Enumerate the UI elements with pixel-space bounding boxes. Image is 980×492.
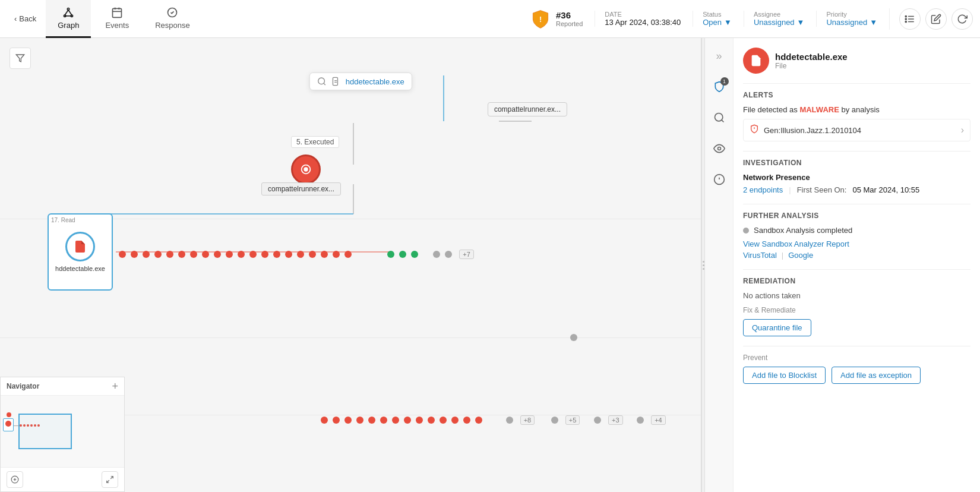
navigator-fit-button[interactable] <box>102 471 118 488</box>
response-icon <box>166 7 178 18</box>
first-seen-date: 05 Mar 2024, 10:55 <box>852 185 919 194</box>
svg-line-38 <box>107 480 109 482</box>
red-dot <box>451 417 459 424</box>
back-button[interactable]: ‹ Back <box>7 10 43 28</box>
assignee-label: Assignee <box>754 11 805 18</box>
add-exception-button[interactable]: Add file as exception <box>832 367 921 384</box>
red-dot <box>297 251 304 258</box>
incident-badge: ! #36 Reported <box>530 8 583 30</box>
list-icon <box>905 14 915 24</box>
sandbox-status-row: Sandbox Analysis completed <box>743 226 970 235</box>
sidebar-icon-info[interactable] <box>709 169 730 190</box>
incident-reported-label: Reported <box>556 20 583 27</box>
status-block: Status Open ▼ <box>693 11 741 27</box>
red-dot <box>392 417 399 424</box>
expand-icon <box>106 475 114 484</box>
status-chevron-icon: ▼ <box>724 18 732 27</box>
priority-label: Priority <box>826 11 877 18</box>
red-dot <box>356 417 363 424</box>
executed-node[interactable] <box>291 154 321 184</box>
red-dot <box>368 417 375 424</box>
node-tooltip-text: hddetectable.exe <box>346 77 404 86</box>
eye-icon <box>713 143 725 154</box>
single-gray-dot <box>570 334 577 341</box>
file-icon <box>73 239 87 254</box>
status-dropdown[interactable]: Open ▼ <box>703 18 732 27</box>
sidebar-icons: » 1 <box>705 38 734 492</box>
red-dot <box>416 417 423 424</box>
svg-point-17 <box>905 21 906 22</box>
quarantine-button[interactable]: Quarantine file <box>743 319 811 336</box>
dot-trail-bottom: +8 +5 +3 +4 <box>321 415 666 425</box>
prevent-label: Prevent <box>743 354 970 362</box>
tab-events[interactable]: Events <box>93 0 141 38</box>
gray-dot <box>506 417 513 424</box>
gray-dot <box>551 417 558 424</box>
google-link[interactable]: Google <box>788 251 813 260</box>
red-dot <box>261 251 268 258</box>
add-to-blocklist-button[interactable]: Add file to Blocklist <box>743 367 826 384</box>
graph-area: hddetectable.exe compattelrunner.ex... 5… <box>0 38 701 492</box>
red-dot <box>238 251 245 258</box>
assignee-block: Assignee Unassigned ▼ <box>744 11 814 27</box>
priority-dropdown[interactable]: Unassigned ▼ <box>826 18 877 27</box>
external-links-row: VirusTotal | Google <box>743 251 970 260</box>
svg-point-26 <box>318 78 325 84</box>
tab-response-label: Response <box>155 21 190 30</box>
red-dot <box>475 417 482 424</box>
divider4 <box>743 269 970 270</box>
red-dot <box>119 251 126 258</box>
list-icon-button[interactable] <box>899 8 921 30</box>
status-label: Status <box>703 11 732 18</box>
gray-dot <box>637 417 644 424</box>
prevent-buttons: Add file to Blocklist Add file as except… <box>743 367 970 384</box>
dot-trail-row1: +7 <box>119 250 474 259</box>
filter-button[interactable] <box>10 48 31 69</box>
events-icon <box>111 7 123 18</box>
main-node[interactable]: 17. Read hddetectable.exe <box>48 213 113 291</box>
node-tooltip[interactable]: hddetectable.exe <box>309 72 412 90</box>
magnify-icon <box>713 112 725 124</box>
main-node-icon <box>65 232 95 261</box>
date-value: 13 Apr 2024, 03:38:40 <box>605 18 681 27</box>
refresh-icon-button[interactable] <box>951 8 973 30</box>
tab-graph[interactable]: Graph <box>46 0 91 38</box>
compattelrunner-upper-tooltip: compattelrunner.ex... <box>488 102 567 116</box>
prevent-section: Prevent Add file to Blocklist Add file a… <box>743 354 970 384</box>
sandbox-status-text: Sandbox Analysis completed <box>754 226 852 235</box>
red-dot <box>178 251 185 258</box>
file-doc-icon <box>750 54 763 67</box>
search-icon <box>317 77 327 86</box>
navigator-zoom-out-button[interactable] <box>7 471 23 488</box>
alert-description: File detected as MALWARE by analysis <box>743 105 970 114</box>
sidebar-collapse-button[interactable]: » <box>709 45 730 67</box>
red-dot <box>333 251 340 258</box>
svg-line-27 <box>324 83 325 85</box>
malware-badge: MALWARE <box>799 105 839 114</box>
tab-response[interactable]: Response <box>143 0 202 38</box>
svg-point-39 <box>715 113 722 121</box>
navigator-panel: Navigator + <box>0 377 125 492</box>
virustotal-link[interactable]: VirusTotal <box>743 251 777 260</box>
edit-icon-button[interactable] <box>925 8 947 30</box>
svg-line-3 <box>65 10 68 14</box>
alert-item[interactable]: Gen:Illusion.Jazz.1.2010104 › <box>743 119 970 141</box>
endpoints-link[interactable]: 2 endpoints <box>743 185 783 194</box>
red-dot <box>309 251 316 258</box>
svg-point-16 <box>905 18 906 19</box>
green-dot <box>387 251 394 258</box>
navigator-add-button[interactable]: + <box>112 381 118 392</box>
fix-label: Fix & Remediate <box>743 306 970 314</box>
gray-dot <box>433 251 440 258</box>
date-block: DATE 13 Apr 2024, 03:38:40 <box>595 11 690 27</box>
navigator-bottom <box>1 467 124 491</box>
assignee-dropdown[interactable]: Unassigned ▼ <box>754 18 805 27</box>
divider3 <box>743 204 970 204</box>
view-sandbox-report-link[interactable]: View Sandbox Analyzer Report <box>743 239 849 248</box>
sidebar-icon-alerts[interactable]: 1 <box>709 76 730 97</box>
file-icon-large <box>743 48 769 74</box>
sidebar-icon-search[interactable] <box>709 107 730 128</box>
svg-point-41 <box>717 147 720 150</box>
sidebar-icon-eye[interactable] <box>709 138 730 159</box>
red-dot <box>321 417 328 424</box>
